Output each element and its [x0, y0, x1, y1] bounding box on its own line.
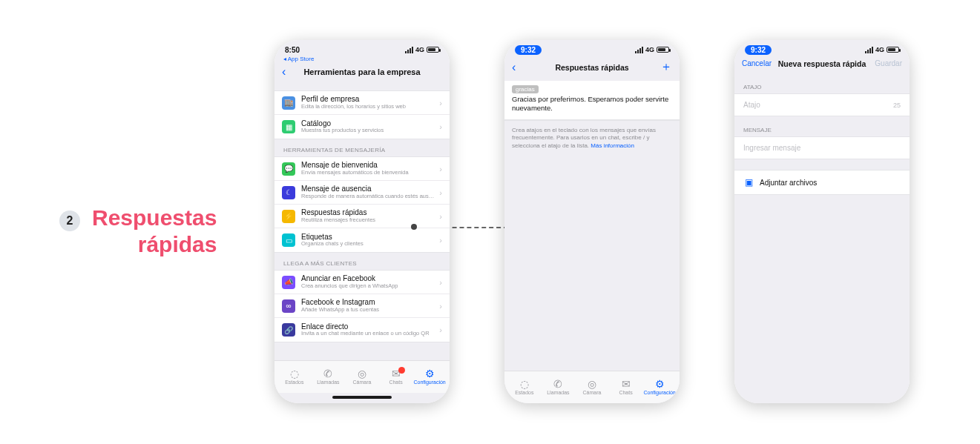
tab-llamadas[interactable]: ✆Llamadas	[312, 368, 346, 385]
tab-icon: ✆	[553, 379, 562, 389]
step-title-line2: rápidas	[92, 231, 217, 258]
tab-configuración[interactable]: ⚙Configuración	[642, 379, 677, 395]
tab-label: Configuración	[644, 390, 676, 395]
tab-label: Configuración	[414, 380, 446, 385]
tab-chats[interactable]: ✉Chats	[379, 368, 413, 385]
quick-reply-tag: gracias	[512, 85, 539, 93]
back-button[interactable]: ‹	[282, 65, 294, 79]
tab-icon: ⚙	[655, 379, 665, 389]
shortcut-input[interactable]: Atajo 25	[734, 93, 910, 116]
settings-row[interactable]: 📣Anunciar en FacebookCrea anuncios que d…	[274, 271, 450, 294]
tab-icon: ✆	[323, 368, 332, 379]
status-bar: 9:32 4G	[504, 40, 680, 56]
shortcut-counter: 25	[893, 102, 901, 109]
notification-badge	[398, 367, 405, 374]
row-labels: Mensaje de bienvenidaEnvía mensajes auto…	[301, 161, 436, 176]
chevron-icon: ›	[439, 278, 442, 287]
tab-icon: ◎	[588, 379, 596, 389]
settings-group: 🏬Perfil de empresaEdita la dirección, lo…	[274, 90, 450, 139]
row-desc: Crea anuncios que dirigen a WhatsApp	[301, 283, 436, 290]
row-title: Etiquetas	[301, 233, 436, 242]
tab-label: Cámara	[353, 380, 372, 385]
row-labels: CatálogoMuestra tus productos y servicio…	[301, 119, 436, 134]
row-labels: Enlace directoInvita a un chat mediante …	[301, 322, 436, 337]
battery-icon	[657, 47, 669, 53]
settings-row[interactable]: ☾Mensaje de ausenciaResponde de manera a…	[274, 181, 450, 205]
chevron-icon: ›	[439, 212, 442, 221]
settings-list: 🏬Perfil de empresaEdita la dirección, lo…	[274, 85, 450, 360]
row-icon: ▦	[282, 120, 295, 133]
settings-row[interactable]: 🏬Perfil de empresaEdita la dirección, lo…	[274, 91, 450, 115]
tab-chats[interactable]: ✉Chats	[609, 379, 643, 395]
row-labels: Respuestas rápidasReutiliza mensajes fre…	[301, 208, 436, 223]
chevron-icon: ›	[439, 302, 442, 311]
row-icon: 🔗	[282, 323, 295, 337]
tab-label: Estados	[285, 380, 303, 385]
row-desc: Responde de manera automática cuando est…	[301, 193, 436, 200]
tab-estados[interactable]: ◌Estados	[277, 368, 312, 385]
section-header-message: MENSAJE	[734, 116, 910, 136]
settings-row[interactable]: ▦CatálogoMuestra tus productos y servici…	[274, 115, 450, 139]
tab-icon: ◌	[290, 368, 299, 379]
tab-estados[interactable]: ◌Estados	[507, 379, 542, 395]
row-title: Respuestas rápidas	[301, 208, 436, 217]
section-header: HERRAMIENTAS DE MENSAJERÍA	[274, 139, 450, 156]
tab-cámara[interactable]: ◎Cámara	[575, 379, 609, 395]
back-button[interactable]: ‹	[512, 61, 524, 74]
tab-icon: ◎	[358, 368, 366, 379]
row-desc: Invita a un chat mediante un enlace o un…	[301, 331, 436, 337]
step-title-line1: Respuestas	[92, 205, 217, 231]
row-labels: Perfil de empresaEdita la dirección, los…	[301, 95, 436, 110]
settings-row[interactable]: ▭EtiquetasOrganiza chats y clientes›	[274, 228, 450, 252]
tab-label: Llamadas	[547, 390, 569, 395]
tab-cámara[interactable]: ◎Cámara	[345, 368, 379, 385]
signal-icon	[865, 47, 873, 53]
hint-text: Crea atajos en el teclado con los mensaj…	[504, 120, 680, 156]
attach-files-row[interactable]: ▣ Adjuntar archivos	[734, 170, 910, 195]
row-title: Mensaje de bienvenida	[301, 161, 436, 170]
battery-icon	[427, 47, 439, 53]
settings-row[interactable]: ∞Facebook e InstagramAñade WhatsApp a tu…	[274, 294, 450, 318]
appstore-label: App Store	[288, 56, 315, 62]
attach-label: Adjuntar archivos	[760, 179, 817, 187]
row-icon: ⚡	[282, 210, 295, 223]
row-icon: ▭	[282, 233, 295, 247]
tab-configuración[interactable]: ⚙Configuración	[412, 368, 447, 385]
row-title: Facebook e Instagram	[301, 298, 436, 307]
tab-icon: ◌	[520, 379, 529, 389]
row-icon: ∞	[282, 299, 295, 313]
row-icon: 🏬	[282, 96, 295, 110]
status-time: 9:32	[745, 45, 772, 55]
tab-bar: ◌Estados✆Llamadas◎Cámara✉Chats⚙Configura…	[274, 360, 450, 393]
tab-label: Cámara	[583, 390, 602, 395]
signal-icon	[635, 47, 643, 53]
back-to-appstore[interactable]: ◂ App Store	[274, 56, 450, 62]
chevron-icon: ›	[439, 165, 442, 173]
nav-bar: ‹ Herramientas para la empresa	[274, 62, 450, 85]
row-labels: Anunciar en FacebookCrea anuncios que di…	[301, 274, 436, 289]
settings-row[interactable]: 🔗Enlace directoInvita a un chat mediante…	[274, 318, 450, 342]
phone-2: 9:32 4G ‹ Respuestas rápidas ＋ gracias G…	[504, 40, 680, 403]
tab-llamadas[interactable]: ✆Llamadas	[542, 379, 576, 395]
settings-row[interactable]: ⚡Respuestas rápidasReutiliza mensajes fr…	[274, 205, 450, 228]
cancel-button[interactable]: Cancelar	[742, 59, 772, 67]
chevron-icon: ›	[439, 99, 442, 107]
row-title: Perfil de empresa	[301, 95, 436, 104]
row-labels: EtiquetasOrganiza chats y clientes	[301, 233, 436, 248]
tab-icon: ⚙	[425, 368, 435, 379]
message-input[interactable]: Ingresar mensaje	[734, 136, 910, 159]
more-info-link[interactable]: Más información	[591, 142, 634, 149]
row-icon: ☾	[282, 186, 295, 199]
chevron-icon: ›	[439, 325, 442, 334]
quick-reply-item[interactable]: gracias Gracias por preferirnos. Esperam…	[504, 81, 680, 120]
add-button[interactable]: ＋	[660, 59, 672, 75]
home-indicator	[332, 396, 392, 399]
tab-label: Llamadas	[317, 380, 339, 385]
row-icon: 💬	[282, 162, 295, 176]
save-button[interactable]: Guardar	[875, 59, 902, 67]
settings-row[interactable]: 💬Mensaje de bienvenidaEnvía mensajes aut…	[274, 157, 450, 181]
network-label: 4G	[645, 46, 654, 53]
row-labels: Mensaje de ausenciaResponde de manera au…	[301, 185, 436, 199]
chevron-icon: ›	[439, 188, 442, 197]
row-icon: 📣	[282, 276, 295, 289]
